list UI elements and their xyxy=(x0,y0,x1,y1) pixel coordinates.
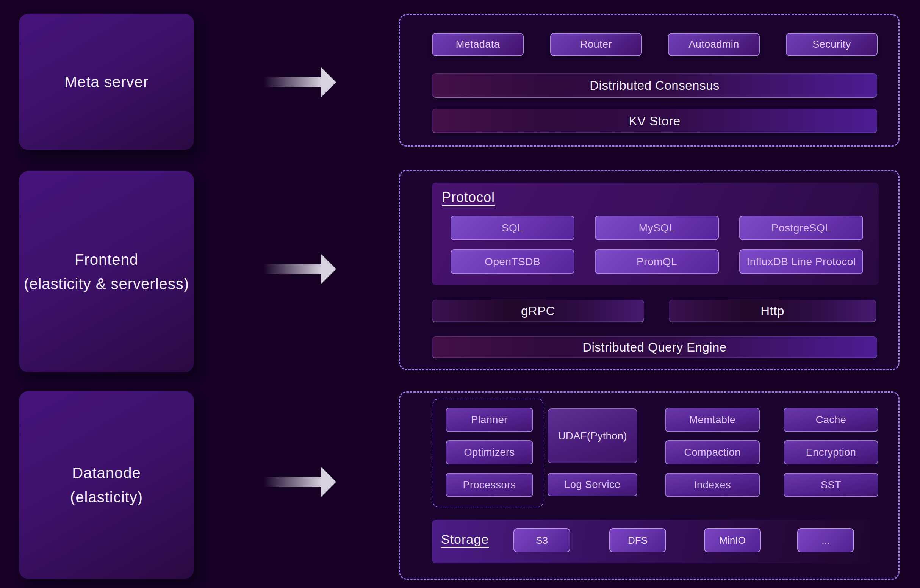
chip-promql: PromQL xyxy=(595,249,719,274)
protocol-title: Protocol xyxy=(442,190,495,205)
chip-cache-label: Cache xyxy=(816,414,847,426)
bar-grpc-label: gRPC xyxy=(521,304,555,318)
architecture-diagram: Meta server Frontend (elasticity & serve… xyxy=(0,0,920,588)
bar-distributed-query-engine: Distributed Query Engine xyxy=(432,337,877,358)
chip-sql: SQL xyxy=(450,215,575,240)
node-datanode-sublabel: (elasticity) xyxy=(70,485,143,509)
chip-compaction-label: Compaction xyxy=(684,447,740,458)
storage-panel: Storage S3 DFS MinIO ... xyxy=(432,520,870,564)
node-frontend-label: Frontend xyxy=(75,248,138,272)
section-meta-server: Metadata Router Autoadmin Security Distr… xyxy=(399,14,899,147)
chip-more-label: ... xyxy=(821,535,830,546)
chip-more: ... xyxy=(797,528,854,552)
node-meta-server: Meta server xyxy=(19,14,194,150)
chip-sql-label: SQL xyxy=(502,222,524,234)
chip-postgresql: PostgreSQL xyxy=(739,215,863,240)
bar-kv-store: KV Store xyxy=(432,109,877,133)
chip-cache: Cache xyxy=(784,408,878,432)
chip-optimizers: Optimizers xyxy=(445,440,533,465)
storage-title: Storage xyxy=(441,532,489,547)
chip-s3: S3 xyxy=(513,528,570,552)
arrow-tail xyxy=(263,77,322,87)
protocol-panel: Protocol SQL MySQL PostgreSQL OpenTSDB P… xyxy=(432,183,879,285)
chip-mysql-label: MySQL xyxy=(639,222,675,234)
chip-minio-label: MinIO xyxy=(719,535,745,546)
chip-autoadmin-label: Autoadmin xyxy=(688,39,739,50)
chip-opentsdb: OpenTSDB xyxy=(450,249,575,274)
chip-security-label: Security xyxy=(812,39,851,50)
chip-autoadmin: Autoadmin xyxy=(668,33,760,56)
chip-planner: Planner xyxy=(445,408,533,432)
chip-mysql: MySQL xyxy=(595,215,719,240)
chip-memtable-label: Memtable xyxy=(689,414,736,426)
chip-router-label: Router xyxy=(580,39,612,50)
chip-metadata: Metadata xyxy=(432,33,524,56)
node-datanode: Datanode (elasticity) xyxy=(19,391,194,579)
chip-memtable: Memtable xyxy=(665,408,760,432)
chip-encryption-label: Encryption xyxy=(806,447,856,458)
chip-optimizers-label: Optimizers xyxy=(464,447,515,458)
right-arrow-icon xyxy=(263,67,336,97)
arrow-tail xyxy=(263,477,322,487)
box-udaf-python-label: UDAF(Python) xyxy=(558,430,627,442)
chip-sst-label: SST xyxy=(821,479,841,491)
chip-indexes-label: Indexes xyxy=(694,479,731,491)
chip-log-service-label: Log Service xyxy=(564,479,620,491)
right-arrow-icon xyxy=(263,254,336,284)
chip-processors: Processors xyxy=(445,473,533,497)
chip-s3-label: S3 xyxy=(536,535,548,546)
arrow-tail xyxy=(263,264,322,274)
node-frontend: Frontend (elasticity & serverless) xyxy=(19,171,194,373)
chip-influxdb-line-protocol-label: InfluxDB Line Protocol xyxy=(747,256,855,268)
section-frontend: Protocol SQL MySQL PostgreSQL OpenTSDB P… xyxy=(399,170,899,370)
node-meta-server-label: Meta server xyxy=(65,70,149,94)
arrow-head xyxy=(321,467,336,497)
chip-dfs: DFS xyxy=(609,528,666,552)
bar-kv-store-label: KV Store xyxy=(628,114,680,128)
chip-postgresql-label: PostgreSQL xyxy=(771,222,831,234)
chip-dfs-label: DFS xyxy=(628,535,648,546)
node-frontend-sublabel: (elasticity & serverless) xyxy=(24,272,189,296)
chip-compaction: Compaction xyxy=(665,440,760,465)
chip-log-service: Log Service xyxy=(547,473,637,496)
chip-planner-label: Planner xyxy=(471,414,508,426)
bar-distributed-consensus: Distributed Consensus xyxy=(432,73,877,98)
bar-distributed-consensus-label: Distributed Consensus xyxy=(590,78,719,93)
bar-distributed-query-engine-label: Distributed Query Engine xyxy=(582,340,727,355)
arrow-head xyxy=(321,67,336,97)
box-udaf-python: UDAF(Python) xyxy=(547,408,637,463)
chip-processors-label: Processors xyxy=(463,479,516,491)
chip-encryption: Encryption xyxy=(784,440,878,465)
section-datanode: Planner Optimizers Processors UDAF(Pytho… xyxy=(399,391,899,580)
chip-indexes: Indexes xyxy=(665,473,760,497)
chip-influxdb-line-protocol: InfluxDB Line Protocol xyxy=(739,249,863,274)
arrow-head xyxy=(321,254,336,284)
chip-opentsdb-label: OpenTSDB xyxy=(484,256,540,268)
chip-sst: SST xyxy=(784,473,878,497)
bar-http-label: Http xyxy=(760,304,784,318)
chip-promql-label: PromQL xyxy=(637,256,677,268)
query-components-group: Planner Optimizers Processors xyxy=(433,398,543,507)
bar-http: Http xyxy=(669,300,876,322)
right-arrow-icon xyxy=(263,467,336,497)
bar-grpc: gRPC xyxy=(432,300,644,322)
chip-minio: MinIO xyxy=(704,528,761,552)
chip-security: Security xyxy=(786,33,878,56)
chip-metadata-label: Metadata xyxy=(456,39,500,50)
chip-router: Router xyxy=(550,33,642,56)
node-datanode-label: Datanode xyxy=(72,461,141,485)
